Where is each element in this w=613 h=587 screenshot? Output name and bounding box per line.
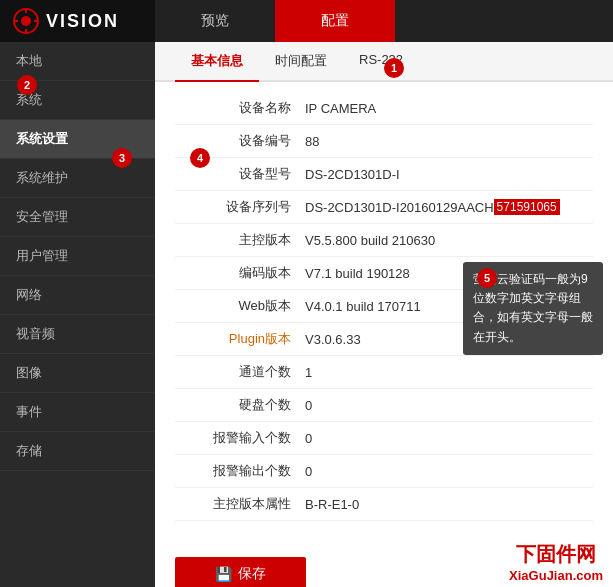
form-row-main-version: 主控版本 V5.5.800 build 210630 [175,224,593,257]
sidebar-item-video-audio[interactable]: 视音频 [0,315,155,354]
label-serial: 设备序列号 [175,198,305,216]
value-channel-count: 1 [305,365,312,380]
save-icon: 💾 [215,566,232,582]
value-web-version: V4.0.1 build 170711 [305,299,421,314]
value-alarm-out: 0 [305,464,312,479]
sidebar-item-security[interactable]: 安全管理 [0,198,155,237]
form-row-serial: 设备序列号 DS-2CD1301D-I20160129AACH571591065 [175,191,593,224]
label-encode-version: 编码版本 [175,264,305,282]
logo-area: VISION [0,0,155,42]
label-alarm-in: 报警输入个数 [175,429,305,447]
content-wrapper: 基本信息 时间配置 RS-232 设备名称 IP CAMERA 设备编号 [155,42,613,587]
main-nav: 预览 配置 [155,0,613,42]
form-row-channel-count: 通道个数 1 [175,356,593,389]
form-row-device-name: 设备名称 IP CAMERA [175,92,593,125]
serial-highlight: 571591065 [494,199,560,215]
sidebar: 本地 系统 系统设置 系统维护 安全管理 用户管理 网络 视音频 图像 事件 存… [0,42,155,587]
value-main-version-attr: B-R-E1-0 [305,497,359,512]
sidebar-item-network[interactable]: 网络 [0,276,155,315]
label-device-id: 设备编号 [175,132,305,150]
label-hdd-count: 硬盘个数 [175,396,305,414]
value-device-model: DS-2CD1301D-I [305,167,400,182]
label-alarm-out: 报警输出个数 [175,462,305,480]
content-area: 基本信息 时间配置 RS-232 设备名称 IP CAMERA 设备编号 [155,42,613,587]
sidebar-item-user[interactable]: 用户管理 [0,237,155,276]
tab-rs232[interactable]: RS-232 [343,42,419,82]
annotation-2: 2 [17,75,37,95]
label-device-name: 设备名称 [175,99,305,117]
value-serial: DS-2CD1301D-I20160129AACH571591065 [305,199,560,215]
value-plugin-version: V3.0.6.33 [305,332,361,347]
save-button[interactable]: 💾 保存 [175,557,306,587]
sidebar-item-image[interactable]: 图像 [0,354,155,393]
label-web-version: Web版本 [175,297,305,315]
save-area: 💾 保存 [155,541,613,587]
annotation-5: 5 [477,268,497,288]
annotation-1: 1 [384,58,404,78]
value-encode-version: V7.1 build 190128 [305,266,410,281]
form-row-alarm-in: 报警输入个数 0 [175,422,593,455]
sidebar-item-system-maintenance[interactable]: 系统维护 [0,159,155,198]
form-row-device-model: 设备型号 DS-2CD1301D-I [175,158,593,191]
sidebar-item-event[interactable]: 事件 [0,393,155,432]
tab-basic-info[interactable]: 基本信息 [175,42,259,82]
save-label: 保存 [238,565,266,583]
sidebar-item-system-settings[interactable]: 系统设置 [0,120,155,159]
nav-preview[interactable]: 预览 [155,0,275,42]
form-row-main-version-attr: 主控版本属性 B-R-E1-0 [175,488,593,521]
value-main-version: V5.5.800 build 210630 [305,233,435,248]
label-plugin-version: Plugin版本 [175,330,305,348]
vision-icon [12,7,40,35]
form-row-alarm-out: 报警输出个数 0 [175,455,593,488]
value-alarm-in: 0 [305,431,312,446]
value-device-id: 88 [305,134,319,149]
label-channel-count: 通道个数 [175,363,305,381]
main-layout: 本地 系统 系统设置 系统维护 安全管理 用户管理 网络 视音频 图像 事件 存… [0,42,613,587]
label-device-model: 设备型号 [175,165,305,183]
form-row-device-id: 设备编号 88 [175,125,593,158]
form-row-hdd-count: 硬盘个数 0 [175,389,593,422]
label-main-version: 主控版本 [175,231,305,249]
logo-text: VISION [46,11,119,32]
value-device-name: IP CAMERA [305,101,376,116]
annotation-3: 3 [112,148,132,168]
tab-time-config[interactable]: 时间配置 [259,42,343,82]
sidebar-item-storage[interactable]: 存储 [0,432,155,471]
svg-point-1 [21,16,31,26]
value-hdd-count: 0 [305,398,312,413]
sub-tabs: 基本信息 时间配置 RS-232 [155,42,613,82]
label-main-version-attr: 主控版本属性 [175,495,305,513]
annotation-4: 4 [190,148,210,168]
header: VISION 预览 配置 [0,0,613,42]
nav-config[interactable]: 配置 [275,0,395,42]
